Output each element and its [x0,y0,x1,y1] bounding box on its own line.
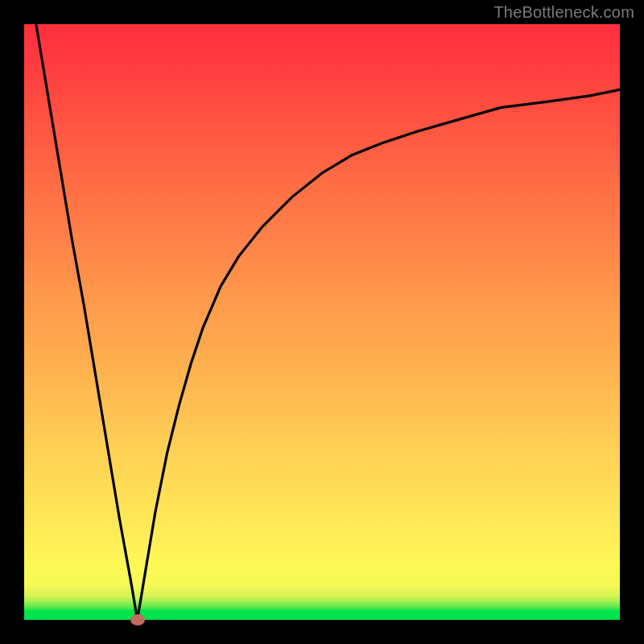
watermark-text: TheBottleneck.com [493,3,634,22]
chart-curve [24,24,620,620]
curve-left-branch [36,24,138,620]
curve-right-branch [138,89,620,620]
vertex-marker [130,614,145,625]
chart-frame [24,24,620,620]
